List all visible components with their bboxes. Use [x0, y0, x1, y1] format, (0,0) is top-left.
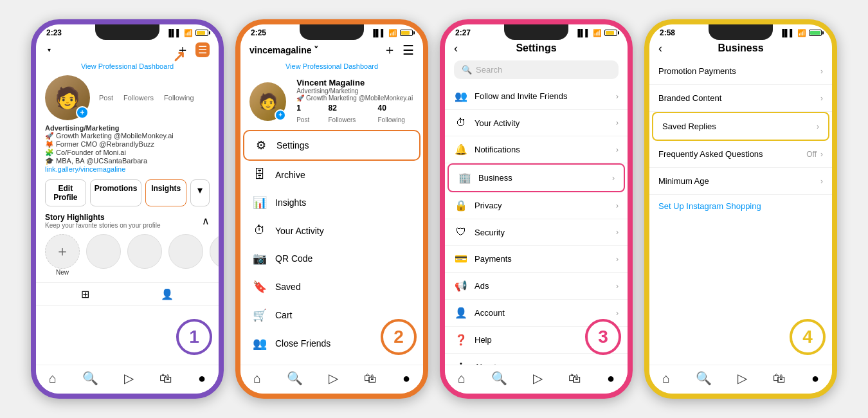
business-item-promotion-4[interactable]: Promotion Payments › — [649, 58, 832, 85]
setting-payments-left-3: 💳 Payments — [454, 253, 512, 265]
nav-reels-3[interactable]: ▷ — [533, 370, 543, 386]
business-item-age-4[interactable]: Minimum Age › — [649, 168, 832, 195]
nav-home-3[interactable]: ⌂ — [458, 371, 466, 386]
business-title-4: Business — [718, 42, 763, 54]
menu-item-activity-2[interactable]: ⏱ Your Activity — [243, 217, 420, 244]
faq-right-4: Off › — [806, 150, 823, 159]
grid-view-icon-1[interactable]: ⊞ — [81, 288, 89, 300]
nav-profile-2[interactable]: ● — [402, 371, 410, 386]
ads-icon-3: 📢 — [454, 280, 468, 292]
privacy-label-3: Privacy — [475, 201, 502, 210]
step-4-circle: 4 — [790, 319, 826, 355]
nav-home-2[interactable]: ⌂ — [253, 371, 261, 386]
stat-following-1: Following — [164, 94, 194, 102]
setting-follow-3[interactable]: 👥 Follow and Invite Friends › — [445, 83, 628, 110]
menu-item-qr-2[interactable]: 📷 QR Code — [243, 244, 420, 273]
setting-business-3[interactable]: 🏢 Business › — [448, 163, 625, 192]
setting-ads-3[interactable]: 📢 Ads › — [445, 273, 628, 300]
story-2 — [86, 234, 121, 276]
nav-search-3[interactable]: 🔍 — [491, 370, 507, 386]
setting-payments-3[interactable]: 💳 Payments › — [445, 246, 628, 273]
nav-search-4[interactable]: 🔍 — [696, 370, 712, 386]
story-circle-5[interactable] — [210, 234, 219, 269]
setting-notifications-3[interactable]: 🔔 Notifications › — [445, 136, 628, 163]
status-icons-2: ▐▌▌ 📶 — [371, 29, 413, 37]
chevron-follow-3: › — [616, 92, 619, 101]
setting-privacy-3[interactable]: 🔒 Privacy › — [445, 192, 628, 219]
menu-item-settings-2[interactable]: ⚙ Settings — [243, 130, 420, 161]
wifi-icon-2: 📶 — [388, 29, 397, 37]
phone-4: 2:58 ▐▌▌ 📶 ‹ Business — [644, 19, 837, 399]
setting-security-left-3: 🛡 Security — [454, 226, 505, 238]
menu-item-archive-2[interactable]: 🗄 Archive — [243, 161, 420, 188]
nav-reels-4[interactable]: ▷ — [737, 370, 747, 386]
phones-container: 2:23 ▐▌▌ 📶 ▾ ＋ — [31, 19, 837, 399]
story-circle-2[interactable] — [86, 234, 121, 269]
nav-bar-2: ⌂ 🔍 ▷ 🛍 ● — [240, 365, 423, 394]
nav-shop-2[interactable]: 🛍 — [364, 371, 377, 386]
business-icon-3: 🏢 — [458, 172, 472, 184]
phone-4-screen: 2:58 ▐▌▌ 📶 ‹ Business — [649, 24, 832, 394]
nav-search-1[interactable]: 🔍 — [82, 370, 98, 386]
bio-link-1[interactable]: link.gallery/vincemagaline — [45, 165, 210, 173]
nav-home-1[interactable]: ⌂ — [49, 371, 57, 386]
dropdown-btn-1[interactable]: ▾ — [190, 179, 210, 206]
menu-item-insights-2[interactable]: 📊 Insights — [243, 188, 420, 217]
insights-btn-1[interactable]: Insights — [145, 179, 186, 206]
payments-icon-3: 💳 — [454, 253, 468, 265]
nav-shop-4[interactable]: 🛍 — [773, 371, 786, 386]
nav-shop-1[interactable]: 🛍 — [159, 371, 172, 386]
settings-title-3: Settings — [516, 42, 556, 54]
story-title-1: Story Highlights — [45, 213, 161, 222]
setup-link-4[interactable]: Set Up Instagram Shopping — [649, 195, 832, 217]
nav-profile-3[interactable]: ● — [607, 371, 615, 386]
follow-icon-3: 👥 — [454, 90, 468, 102]
setting-activity-3[interactable]: ⏱ Your Activity › — [445, 110, 628, 136]
phone-3: 2:27 ▐▌▌ 📶 ‹ Settings 🔍 Search — [440, 19, 633, 399]
add-icon-2[interactable]: ＋ — [383, 41, 396, 59]
setting-account-left-3: 👤 Account — [454, 307, 505, 319]
story-circle-3[interactable] — [127, 234, 162, 269]
nav-profile-4[interactable]: ● — [811, 371, 819, 386]
view-dashboard-2[interactable]: View Professional Dashboard — [240, 61, 423, 73]
nav-reels-2[interactable]: ▷ — [329, 370, 338, 386]
stat-label-post-1: Post — [99, 94, 113, 102]
story-circle-new-1[interactable]: ＋ — [45, 234, 80, 269]
tag-view-icon-1[interactable]: 👤 — [161, 288, 174, 300]
signal-icon-4: ▐▌▌ — [780, 29, 795, 37]
back-icon-3[interactable]: ‹ — [454, 42, 458, 55]
menu-icon-1[interactable]: ☰ — [195, 42, 210, 57]
search-bar-3[interactable]: 🔍 Search — [454, 60, 619, 79]
nav-search-2[interactable]: 🔍 — [287, 370, 303, 386]
step-1-circle: 1 — [176, 319, 212, 355]
setting-security-3[interactable]: 🛡 Security › — [445, 219, 628, 246]
business-item-branded-4[interactable]: Branded Content › — [649, 85, 832, 112]
menu-label-cart-2: Cart — [275, 310, 292, 320]
nav-reels-1[interactable]: ▷ — [124, 370, 134, 386]
faq-value-4: Off — [806, 150, 817, 159]
nav-home-4[interactable]: ⌂ — [662, 371, 670, 386]
menu-item-saved-2[interactable]: 🔖 Saved — [243, 273, 420, 301]
help-icon-3: ❓ — [454, 334, 468, 346]
nav-profile-1[interactable]: ● — [198, 371, 206, 386]
nav-shop-3[interactable]: 🛍 — [568, 371, 581, 386]
menu-icon-2[interactable]: ☰ — [402, 42, 414, 58]
saved-replies-label-4: Saved Replies — [662, 122, 716, 131]
cart-icon-2: 🛒 — [252, 308, 267, 322]
view-dashboard-1[interactable]: View Professional Dashboard — [36, 61, 219, 73]
signal-icon-2: ▐▌▌ — [371, 29, 386, 37]
business-item-faq-4[interactable]: Frequently Asked Questions Off › — [649, 141, 832, 168]
menu-label-friends-2: Close Friends — [275, 338, 330, 349]
business-item-saved-replies-4[interactable]: Saved Replies › — [652, 112, 829, 141]
business-header-4: ‹ Business — [649, 39, 832, 58]
notch-3 — [504, 24, 568, 40]
faq-label-4: Frequently Asked Questions — [658, 149, 763, 159]
edit-profile-btn-1[interactable]: Edit Profile — [45, 179, 86, 206]
avatar-badge-1[interactable]: + — [76, 106, 89, 119]
bio-line-1: 🚀 Growth Marketing @MobileMonkey.ai — [45, 132, 210, 140]
story-collapse-icon[interactable]: ∧ — [202, 215, 210, 227]
back-icon-4[interactable]: ‹ — [658, 42, 662, 55]
story-circle-4[interactable] — [168, 234, 203, 269]
promotions-btn-1[interactable]: Promotions — [90, 179, 142, 206]
wifi-icon-1: 📶 — [184, 29, 193, 37]
